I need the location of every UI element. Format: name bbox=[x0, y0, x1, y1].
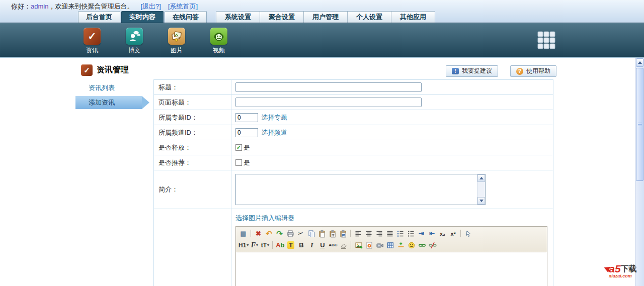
release-checkbox-checked[interactable]: ✓ bbox=[235, 144, 242, 151]
link-icon[interactable] bbox=[417, 240, 427, 250]
italic-icon[interactable]: I bbox=[306, 240, 317, 250]
news-form: 标题： 页面标题： 所属专题ID： 选择专题 所属频道ID： 选择频道 bbox=[153, 79, 553, 286]
bold-icon[interactable]: B bbox=[296, 240, 306, 250]
subscript-icon[interactable]: x₂ bbox=[437, 229, 448, 239]
tab-personal-settings[interactable]: 个人设置 bbox=[347, 12, 391, 23]
undo-icon[interactable]: ↶ bbox=[264, 229, 274, 239]
paste-text-icon[interactable] bbox=[327, 229, 338, 239]
form-row-editor: 选择图片插入编辑器 ▤ ✖ ↶ ↷ ✂ bbox=[154, 209, 553, 286]
form-row-release: 是否释放： ✓ 是 bbox=[154, 140, 553, 155]
sidebar-item-add-news[interactable]: 添加资讯 bbox=[75, 96, 142, 109]
tab-backend-home[interactable]: 后台首页 bbox=[78, 11, 120, 23]
intro-scroll-up-icon[interactable] bbox=[477, 174, 485, 182]
suggest-button-label: 我要提建议 bbox=[462, 67, 492, 75]
greeting: 你好：admin，欢迎来到快聚合管理后台。[退出?][系统首页] bbox=[11, 2, 198, 11]
insert-image-to-editor-link[interactable]: 选择图片插入编辑器 bbox=[235, 214, 294, 223]
select-channel-link[interactable]: 选择频道 bbox=[261, 128, 287, 137]
page-title-input[interactable] bbox=[235, 98, 422, 107]
paste-icon[interactable] bbox=[316, 229, 327, 239]
help-button[interactable]: ? 使用帮助 bbox=[510, 65, 556, 77]
intro-scroll-down-icon[interactable] bbox=[477, 197, 485, 205]
intro-scrollbar[interactable] bbox=[477, 174, 485, 205]
cut-icon[interactable]: ✂ bbox=[295, 229, 306, 239]
eraser-icon[interactable] bbox=[338, 240, 349, 250]
align-right-icon[interactable] bbox=[374, 229, 384, 239]
copy-icon[interactable] bbox=[306, 229, 316, 239]
intro-textarea[interactable] bbox=[235, 174, 486, 205]
help-button-label: 使用帮助 bbox=[526, 67, 550, 75]
watermark-word: 下载 bbox=[621, 264, 637, 274]
bg-color-icon[interactable]: T bbox=[285, 240, 296, 250]
tab-system-settings[interactable]: 系统设置 bbox=[216, 12, 260, 23]
superscript-icon[interactable]: x² bbox=[448, 229, 458, 239]
insert-video-icon[interactable] bbox=[374, 240, 385, 250]
watermark-brand: a5 bbox=[609, 263, 620, 274]
text-color-icon[interactable]: Ab bbox=[275, 240, 285, 250]
app-news[interactable]: ✓ 资讯 bbox=[71, 28, 113, 55]
insert-image-icon[interactable] bbox=[353, 240, 364, 250]
pointer-icon[interactable] bbox=[463, 229, 473, 239]
intro-label: 简介： bbox=[154, 170, 231, 209]
insert-flash-icon[interactable] bbox=[364, 240, 374, 250]
font-select[interactable]: F▾ bbox=[249, 240, 260, 250]
scroll-up-icon[interactable] bbox=[636, 58, 643, 67]
editor-content-area[interactable] bbox=[236, 252, 547, 286]
tab-realtime-content[interactable]: 实时内容 bbox=[121, 11, 164, 23]
print-icon[interactable] bbox=[285, 229, 295, 239]
tab-aggregation-settings[interactable]: 聚合设置 bbox=[260, 12, 303, 23]
underline-icon[interactable]: U bbox=[317, 240, 328, 250]
redo-icon[interactable]: ↷ bbox=[274, 229, 285, 239]
tab-online-qa[interactable]: 在线问答 bbox=[165, 11, 207, 23]
tab-other-apps[interactable]: 其他应用 bbox=[391, 12, 435, 23]
page-scrollbar[interactable] bbox=[635, 58, 644, 286]
app-shortcuts: ✓ 资讯 博文 图片 视频 bbox=[71, 28, 240, 55]
source-icon[interactable]: ▤ bbox=[238, 229, 249, 239]
app-video[interactable]: 视频 bbox=[198, 28, 240, 55]
greeting-suffix: ，欢迎来到快聚合管理后台。 bbox=[48, 3, 133, 10]
help-icon: ? bbox=[516, 68, 523, 75]
form-row-topic-id: 所属专题ID： 选择专题 bbox=[154, 110, 553, 125]
fullscreen-icon[interactable]: ✖ bbox=[253, 229, 264, 239]
outdent-icon[interactable]: ⇤ bbox=[427, 229, 437, 239]
select-topic-link[interactable]: 选择专题 bbox=[261, 113, 287, 122]
help-buttons: ! 我要提建议 ? 使用帮助 bbox=[446, 65, 556, 77]
ordered-list-icon[interactable] bbox=[395, 229, 406, 239]
scrollbar-thumb[interactable] bbox=[636, 68, 643, 181]
insert-table-icon[interactable] bbox=[385, 240, 395, 250]
app-blog[interactable]: 博文 bbox=[113, 28, 155, 55]
editor-toolbar: ▤ ✖ ↶ ↷ ✂ bbox=[236, 227, 547, 252]
align-center-icon[interactable] bbox=[363, 229, 374, 239]
topic-id-input[interactable] bbox=[235, 113, 258, 122]
logout-link[interactable]: [退出?] bbox=[140, 3, 160, 10]
rich-text-editor: ▤ ✖ ↶ ↷ ✂ bbox=[235, 226, 547, 286]
form-row-page-title: 页面标题： bbox=[154, 95, 553, 110]
tab-user-management[interactable]: 用户管理 bbox=[303, 12, 347, 23]
sidebar-item-news-list[interactable]: 资讯列表 bbox=[89, 83, 115, 92]
insert-hr-icon[interactable] bbox=[395, 240, 406, 250]
system-home-link[interactable]: [系统首页] bbox=[168, 3, 198, 10]
indent-icon[interactable]: ⇥ bbox=[416, 229, 427, 239]
unordered-list-icon[interactable] bbox=[406, 229, 416, 239]
unlink-icon[interactable] bbox=[427, 240, 438, 250]
heading-select[interactable]: H1▾ bbox=[238, 240, 249, 250]
align-justify-icon[interactable] bbox=[384, 229, 395, 239]
fontsize-select[interactable]: tT▾ bbox=[260, 240, 270, 250]
channel-id-label: 所属频道ID： bbox=[154, 125, 231, 140]
blog-icon bbox=[126, 28, 143, 45]
title-input[interactable] bbox=[235, 82, 422, 92]
app-video-label: 视频 bbox=[198, 46, 240, 55]
form-row-recommend: 是否推荐： 是 bbox=[154, 155, 553, 170]
news-icon: ✓ bbox=[84, 28, 101, 45]
paste-word-icon[interactable] bbox=[338, 229, 348, 239]
page-title-text: 资讯管理 bbox=[97, 65, 129, 75]
strikethrough-icon[interactable]: ABC bbox=[328, 240, 338, 250]
apps-grid-icon[interactable] bbox=[537, 31, 555, 49]
channel-id-input[interactable] bbox=[235, 128, 258, 137]
editor-row-empty-label bbox=[154, 209, 231, 286]
align-left-icon[interactable] bbox=[353, 229, 363, 239]
recommend-checkbox-unchecked[interactable] bbox=[235, 159, 242, 166]
app-image[interactable]: 图片 bbox=[155, 28, 198, 55]
emoticon-icon[interactable] bbox=[406, 240, 417, 250]
suggest-button[interactable]: ! 我要提建议 bbox=[446, 65, 498, 77]
greeting-prefix: 你好： bbox=[11, 3, 31, 10]
